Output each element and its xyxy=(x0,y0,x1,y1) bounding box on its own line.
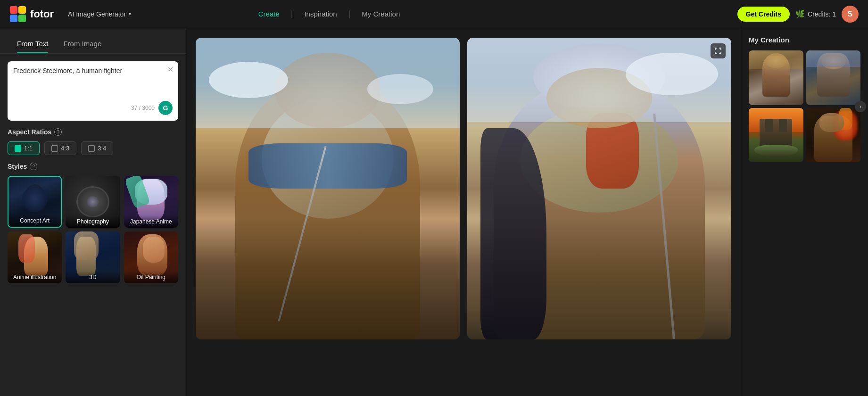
right-panel: My Creation xyxy=(741,28,868,396)
tab-from-text[interactable]: From Text xyxy=(9,36,56,53)
logo-text: fotor xyxy=(30,8,54,20)
chevron-down-icon: ▾ xyxy=(129,11,131,16)
svg-rect-2 xyxy=(10,14,17,22)
style-photography[interactable]: Photography xyxy=(66,176,120,228)
creation-grid xyxy=(749,50,860,162)
get-credits-button[interactable]: Get Credits xyxy=(737,7,790,22)
nav-inspiration[interactable]: Inspiration xyxy=(293,6,348,22)
generated-images xyxy=(196,38,731,387)
main-layout: From Text From Image ✕ Frederick Steelmo… xyxy=(0,28,868,396)
ratio-4-3[interactable]: 4:3 xyxy=(44,141,76,155)
style-concept-art-label: Concept Art xyxy=(8,214,61,227)
ratio-checkbox-3-4 xyxy=(88,145,95,152)
style-concept-art[interactable]: Concept Art xyxy=(8,176,62,228)
style-oil-painting[interactable]: Oil Painting xyxy=(124,231,178,283)
leaf-icon: 🌿 xyxy=(795,9,805,18)
ratio-checkbox-4-3 xyxy=(51,145,58,152)
expand-button[interactable] xyxy=(711,43,726,58)
aspect-ratios-help[interactable]: ? xyxy=(54,128,62,136)
style-japanese-anime[interactable]: Japanese Anime xyxy=(124,176,178,228)
ai-generator-button[interactable]: AI Image Generator ▾ xyxy=(63,8,136,21)
prompt-footer: 37 / 3000 G xyxy=(13,101,173,115)
ai-generator-label: AI Image Generator xyxy=(68,10,126,18)
char-count: 37 / 3000 xyxy=(131,105,155,111)
credits-count: Credits: 1 xyxy=(808,10,836,18)
style-anime-illustration-label: Anime illustration xyxy=(8,271,62,283)
svg-rect-0 xyxy=(10,6,17,13)
ratio-checkbox-1-1 xyxy=(15,145,21,152)
generated-image-2[interactable] xyxy=(467,38,731,339)
style-anime-illustration[interactable]: Anime illustration xyxy=(8,231,62,283)
creation-thumb-2[interactable] xyxy=(806,50,861,105)
style-3d[interactable]: 3D xyxy=(66,231,120,283)
generated-image-1[interactable] xyxy=(196,38,460,339)
styles-section: Styles ? Concept Art xyxy=(0,163,186,291)
center-area xyxy=(186,28,741,396)
svg-rect-3 xyxy=(18,14,26,22)
ratio-label-3-4: 3:4 xyxy=(98,145,106,152)
left-panel: From Text From Image ✕ Frederick Steelmo… xyxy=(0,28,186,396)
style-photography-label: Photography xyxy=(66,215,120,228)
avatar[interactable]: S xyxy=(842,6,859,23)
header: fotor AI Image Generator ▾ Create | Insp… xyxy=(0,0,868,28)
ratio-options: 1:1 4:3 3:4 xyxy=(8,141,178,155)
my-creation-title: My Creation xyxy=(749,36,860,44)
ratio-label-1-1: 1:1 xyxy=(24,145,33,152)
style-3d-label: 3D xyxy=(66,271,120,283)
style-oil-painting-label: Oil Painting xyxy=(124,271,178,283)
more-creations-button[interactable]: › xyxy=(855,101,866,112)
styles-header: Styles ? xyxy=(8,163,178,170)
styles-grid: Concept Art Photography xyxy=(8,176,178,283)
prompt-area: ✕ Frederick Steelmore, a human fighter 3… xyxy=(0,54,186,128)
aspect-ratios-title: Aspect Ratios xyxy=(8,128,51,136)
ratio-label-4-3: 4:3 xyxy=(61,145,69,152)
tabs: From Text From Image xyxy=(0,28,186,54)
prompt-box: ✕ Frederick Steelmore, a human fighter 3… xyxy=(8,61,178,121)
styles-title: Styles xyxy=(8,163,27,170)
clear-button[interactable]: ✕ xyxy=(167,66,174,74)
creation-thumb-1[interactable] xyxy=(749,50,803,105)
styles-help[interactable]: ? xyxy=(30,163,37,170)
tab-from-image[interactable]: From Image xyxy=(56,36,109,53)
creation-thumb-3[interactable] xyxy=(749,108,803,163)
prompt-icon[interactable]: G xyxy=(158,101,173,115)
style-japanese-anime-label: Japanese Anime xyxy=(124,215,178,228)
ratio-1-1[interactable]: 1:1 xyxy=(8,141,40,155)
creation-thumb-4[interactable] xyxy=(806,108,861,163)
logo[interactable]: fotor xyxy=(9,6,54,23)
aspect-ratios-header: Aspect Ratios ? xyxy=(8,128,178,136)
aspect-ratios-section: Aspect Ratios ? 1:1 4:3 3:4 xyxy=(0,128,186,163)
prompt-input[interactable]: Frederick Steelmore, a human fighter xyxy=(13,67,173,95)
ratio-3-4[interactable]: 3:4 xyxy=(81,141,113,155)
header-right: Get Credits 🌿 Credits: 1 S xyxy=(737,6,859,23)
svg-rect-1 xyxy=(18,6,26,13)
credits-display: 🌿 Credits: 1 xyxy=(795,9,836,18)
nav-my-creation[interactable]: My Creation xyxy=(350,6,411,22)
main-nav: Create | Inspiration | My Creation xyxy=(247,6,411,22)
nav-create[interactable]: Create xyxy=(247,6,291,22)
